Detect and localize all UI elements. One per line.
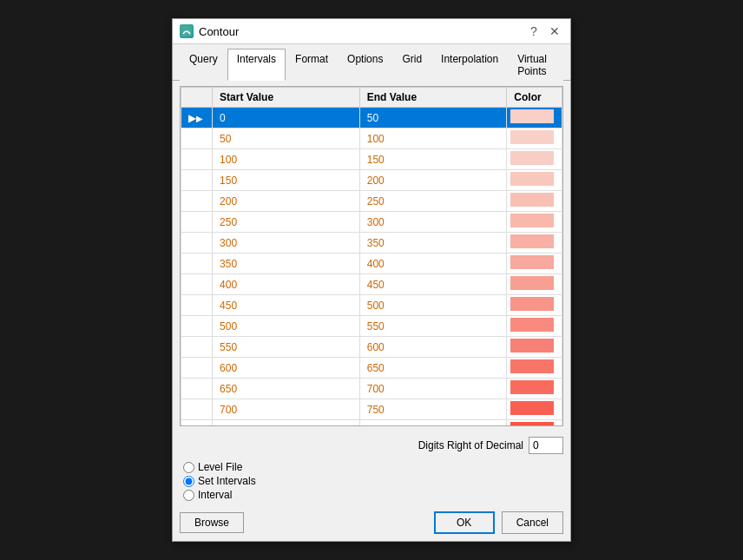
radio-level-file-label: Level File (198, 461, 242, 473)
table-row[interactable]: 750800 (181, 420, 562, 426)
row-arrow (181, 191, 213, 212)
row-end-value: 200 (359, 170, 507, 191)
row-arrow (181, 128, 213, 149)
row-color-cell[interactable] (507, 379, 562, 399)
row-arrow (181, 420, 213, 426)
window-title: Contour (199, 25, 239, 38)
radio-interval-input[interactable] (183, 490, 194, 501)
table-row[interactable]: 400450 (181, 274, 562, 295)
tab-virtual-points[interactable]: Virtual Points (508, 49, 563, 81)
row-color-cell[interactable] (507, 358, 562, 379)
row-start-value: 0 (213, 108, 360, 128)
tab-interpolation[interactable]: Interpolation (431, 49, 508, 81)
table-row[interactable]: 650700 (181, 379, 562, 399)
table-row[interactable]: 250300 (181, 212, 562, 233)
row-start-value: 200 (213, 191, 360, 212)
table-row[interactable]: 50100 (181, 128, 562, 149)
table-row[interactable]: 450500 (181, 295, 562, 316)
row-color-cell[interactable] (507, 399, 562, 420)
digits-input[interactable] (529, 437, 563, 454)
bottom-area: Digits Right of Decimal Level File Set I… (173, 432, 570, 541)
radio-interval-label: Interval (198, 489, 232, 501)
row-end-value: 650 (359, 358, 507, 379)
row-start-value: 50 (213, 128, 360, 149)
row-start-value: 500 (213, 316, 360, 337)
table-row[interactable]: 200250 (181, 191, 562, 212)
row-color-cell[interactable] (507, 274, 562, 295)
row-color-cell[interactable] (507, 233, 562, 254)
row-end-value: 150 (359, 149, 507, 170)
table-row[interactable]: 500550 (181, 316, 562, 337)
color-swatch (510, 109, 554, 123)
row-color-cell[interactable] (507, 128, 562, 149)
row-start-value: 700 (213, 399, 360, 420)
row-end-value: 800 (359, 420, 507, 426)
help-button[interactable]: ? (525, 23, 542, 40)
radio-level-file-input[interactable] (183, 462, 194, 473)
row-color-cell[interactable] (507, 254, 562, 274)
row-arrow (181, 233, 213, 254)
col-header-color: Color (507, 88, 562, 108)
row-color-cell[interactable] (507, 108, 562, 128)
browse-button[interactable]: Browse (180, 512, 244, 533)
row-end-value: 400 (359, 254, 507, 274)
digits-label: Digits Right of Decimal (418, 439, 523, 451)
table-row[interactable]: 600650 (181, 358, 562, 379)
ok-button[interactable]: OK (434, 511, 495, 534)
tab-intervals[interactable]: Intervals (227, 49, 286, 81)
row-color-cell[interactable] (507, 420, 562, 426)
row-arrow (181, 337, 213, 358)
row-color-cell[interactable] (507, 149, 562, 170)
row-start-value: 450 (213, 295, 360, 316)
row-arrow (181, 295, 213, 316)
row-arrow: ▶ (181, 108, 213, 128)
row-arrow (181, 254, 213, 274)
table-row[interactable]: 300350 (181, 233, 562, 254)
color-swatch (510, 401, 554, 415)
app-icon (180, 24, 194, 38)
intervals-table-container: Start Value End Value Color ▶05050100100… (180, 86, 563, 426)
row-arrow (181, 274, 213, 295)
table-row[interactable]: 100150 (181, 149, 562, 170)
radio-group: Level File Set Intervals Interval (180, 461, 563, 501)
tab-options[interactable]: Options (338, 49, 392, 81)
row-color-cell[interactable] (507, 191, 562, 212)
color-swatch (510, 172, 554, 186)
color-swatch (510, 276, 554, 290)
cancel-button[interactable]: Cancel (502, 511, 563, 534)
row-arrow (181, 316, 213, 337)
row-color-cell[interactable] (507, 170, 562, 191)
row-arrow (181, 170, 213, 191)
col-header-arrow (181, 88, 213, 108)
color-swatch (510, 151, 554, 165)
color-swatch (510, 422, 554, 425)
row-end-value: 350 (359, 233, 507, 254)
button-row: Browse OK Cancel (180, 508, 563, 537)
title-bar: Contour ? ✕ (173, 19, 570, 44)
table-row[interactable]: 150200 (181, 170, 562, 191)
table-row[interactable]: 700750 (181, 399, 562, 420)
table-row[interactable]: 550600 (181, 337, 562, 358)
row-arrow (181, 212, 213, 233)
digits-row: Digits Right of Decimal (180, 437, 563, 454)
row-color-cell[interactable] (507, 295, 562, 316)
table-wrapper[interactable]: Start Value End Value Color ▶05050100100… (181, 87, 562, 425)
row-color-cell[interactable] (507, 316, 562, 337)
row-arrow (181, 149, 213, 170)
row-color-cell[interactable] (507, 337, 562, 358)
table-row[interactable]: 350400 (181, 254, 562, 274)
row-end-value: 500 (359, 295, 507, 316)
ok-cancel-group: OK Cancel (434, 511, 563, 534)
table-row[interactable]: ▶050 (181, 108, 562, 128)
tab-format[interactable]: Format (286, 49, 338, 81)
color-swatch (510, 193, 554, 207)
row-color-cell[interactable] (507, 212, 562, 233)
tab-query[interactable]: Query (180, 49, 227, 81)
row-start-value: 100 (213, 149, 360, 170)
col-header-end: End Value (359, 88, 507, 108)
close-button[interactable]: ✕ (546, 23, 563, 40)
tab-grid[interactable]: Grid (392, 49, 431, 81)
radio-set-intervals-label: Set Intervals (198, 475, 256, 487)
radio-set-intervals-input[interactable] (183, 476, 194, 487)
row-end-value: 600 (359, 337, 507, 358)
